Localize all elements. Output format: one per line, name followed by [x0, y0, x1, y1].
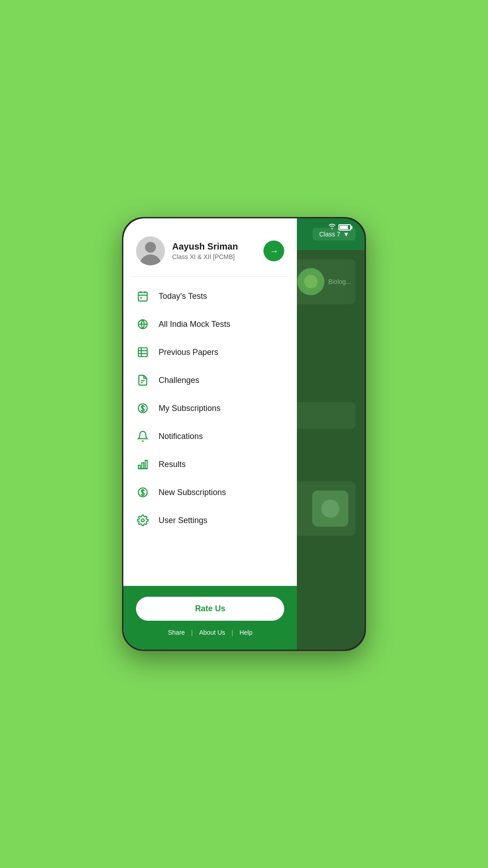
wifi-icon: [328, 224, 336, 231]
drawer-footer: Rate Us Share | About Us | Help: [123, 586, 297, 650]
battery-icon: [338, 224, 351, 231]
menu-label-todays-tests: Today's Tests: [159, 292, 207, 301]
svg-point-0: [145, 242, 156, 253]
menu-item-all-india-mock-tests[interactable]: All India Mock Tests: [123, 310, 297, 338]
menu-label-challenges: Challenges: [159, 376, 199, 385]
menu-label-user-settings: User Settings: [159, 516, 207, 525]
footer-links: Share | About Us | Help: [136, 629, 284, 636]
chart-icon: [136, 458, 150, 471]
svg-rect-1: [138, 292, 147, 301]
avatar: [136, 236, 165, 265]
share-link[interactable]: Share: [168, 629, 185, 636]
menu-label-all-india-mock-tests: All India Mock Tests: [159, 320, 230, 329]
help-link[interactable]: Help: [239, 629, 253, 636]
svg-rect-16: [138, 465, 140, 469]
user-name: Aayush Sriman: [172, 241, 256, 252]
dollar-circle2-icon: [136, 486, 150, 499]
menu-label-previous-papers: Previous Papers: [159, 348, 218, 357]
book-icon: [136, 345, 150, 359]
svg-rect-18: [145, 460, 147, 468]
svg-rect-5: [141, 297, 142, 298]
about-us-link[interactable]: About Us: [199, 629, 225, 636]
user-profile-section: Aayush Sriman Class XI & XII [PCMB] →: [123, 218, 297, 276]
menu-item-challenges[interactable]: Challenges: [123, 366, 297, 394]
globe-icon: [136, 317, 150, 331]
svg-rect-8: [138, 348, 147, 357]
rate-us-button[interactable]: Rate Us: [136, 597, 284, 621]
menu-list: Today's Tests All India Mock Tests: [123, 277, 297, 540]
document-icon: [136, 373, 150, 387]
dollar-circle-icon: [136, 401, 150, 415]
user-class: Class XI & XII [PCMB]: [172, 253, 256, 260]
menu-item-user-settings[interactable]: User Settings: [123, 506, 297, 534]
settings-icon: [136, 514, 150, 527]
menu-label-notifications: Notifications: [159, 432, 203, 441]
menu-item-notifications[interactable]: Notifications: [123, 422, 297, 450]
status-bar: [328, 224, 351, 231]
menu-label-new-subscriptions: New Subscriptions: [159, 488, 226, 497]
menu-item-my-subscriptions[interactable]: My Subscriptions: [123, 394, 297, 422]
phone-frame: Class 7 ▼ Biolog... scing or sit: [122, 217, 366, 651]
svg-point-22: [141, 519, 145, 522]
menu-item-previous-papers[interactable]: Previous Papers: [123, 338, 297, 366]
calendar-icon: [136, 289, 150, 303]
bg-biology-text: Biolog...: [328, 278, 351, 285]
menu-item-results[interactable]: Results: [123, 450, 297, 478]
navigation-drawer: Aayush Sriman Class XI & XII [PCMB] →: [123, 218, 297, 650]
svg-rect-17: [142, 463, 144, 469]
menu-item-todays-tests[interactable]: Today's Tests: [123, 282, 297, 310]
menu-label-results: Results: [159, 460, 186, 469]
menu-label-my-subscriptions: My Subscriptions: [159, 404, 221, 413]
profile-arrow-button[interactable]: →: [263, 241, 284, 261]
user-info: Aayush Sriman Class XI & XII [PCMB]: [172, 241, 256, 260]
menu-item-new-subscriptions[interactable]: New Subscriptions: [123, 478, 297, 506]
bell-icon: [136, 429, 150, 443]
